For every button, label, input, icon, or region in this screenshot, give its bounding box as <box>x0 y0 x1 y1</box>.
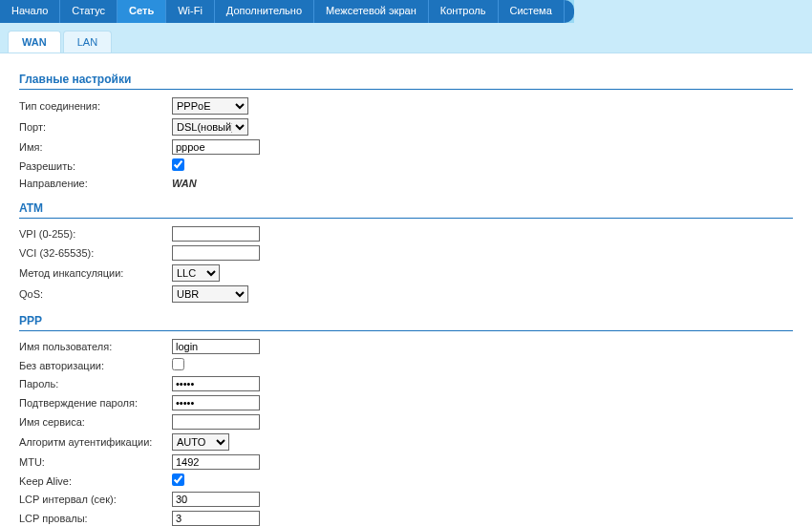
auth-algo-label: Алгоритм аутентификации: <box>19 436 172 448</box>
noauth-label: Без авторизации: <box>19 360 172 371</box>
lcp-fail-input[interactable] <box>172 511 260 526</box>
lcp-fail-label: LCP провалы: <box>19 513 172 524</box>
keepalive-label: Keep Alive: <box>19 475 172 487</box>
keepalive-checkbox[interactable] <box>172 473 184 486</box>
user-input[interactable] <box>172 339 260 354</box>
vpi-label: VPI (0-255): <box>19 228 172 240</box>
tab-wan[interactable]: WAN <box>8 31 61 53</box>
subnav-bar: WAN LAN <box>0 23 812 53</box>
conn-type-select[interactable]: PPPoE <box>172 97 248 115</box>
direction-value: WAN <box>172 178 197 189</box>
port-label: Порт: <box>19 121 172 133</box>
noauth-checkbox[interactable] <box>172 358 184 370</box>
pass2-input[interactable] <box>172 395 260 410</box>
direction-label: Направление: <box>19 178 172 189</box>
encaps-label: Метод инкапсуляции: <box>19 267 172 279</box>
section-atm-title: ATM <box>19 198 793 219</box>
mtu-input[interactable] <box>172 454 260 470</box>
name-input[interactable] <box>172 139 260 155</box>
allow-checkbox[interactable] <box>172 158 184 171</box>
pass2-label: Подтверждение пароля: <box>19 397 172 409</box>
section-main-title: Главные настройки <box>19 69 793 90</box>
port-select[interactable]: DSL(новый) <box>172 118 248 136</box>
mtu-label: MTU: <box>19 456 172 468</box>
encaps-select[interactable]: LLC <box>172 264 220 282</box>
nav-control[interactable]: Контроль <box>429 0 499 23</box>
pass-label: Пароль: <box>19 378 172 389</box>
nav-advanced[interactable]: Дополнительно <box>215 0 314 23</box>
content-panel: Главные настройки Тип соединения: PPPoE … <box>0 53 812 526</box>
lcp-interval-input[interactable] <box>172 492 260 507</box>
auth-algo-select[interactable]: AUTO <box>172 433 229 451</box>
vpi-input[interactable] <box>172 226 260 242</box>
nav-firewall[interactable]: Межсетевой экран <box>314 0 429 23</box>
qos-select[interactable]: UBR <box>172 285 248 303</box>
service-input[interactable] <box>172 414 260 430</box>
pass-input[interactable] <box>172 376 260 391</box>
conn-type-label: Тип соединения: <box>19 100 172 112</box>
user-label: Имя пользователя: <box>19 341 172 352</box>
top-nav: Начало Статус Сеть Wi-Fi Дополнительно М… <box>0 0 812 23</box>
nav-home[interactable]: Начало <box>0 0 60 23</box>
section-ppp-title: PPP <box>19 310 793 331</box>
lcp-interval-label: LCP интервал (сек): <box>19 494 172 505</box>
nav-end-cap <box>565 0 574 23</box>
vci-label: VCI (32-65535): <box>19 247 172 259</box>
qos-label: QoS: <box>19 288 172 300</box>
name-label: Имя: <box>19 141 172 153</box>
tab-lan[interactable]: LAN <box>63 31 112 53</box>
nav-status[interactable]: Статус <box>60 0 118 23</box>
service-label: Имя сервиса: <box>19 416 172 428</box>
nav-filler <box>574 0 812 23</box>
vci-input[interactable] <box>172 245 260 261</box>
nav-system[interactable]: Система <box>499 0 565 23</box>
nav-wifi[interactable]: Wi-Fi <box>166 0 215 23</box>
nav-network[interactable]: Сеть <box>118 0 166 23</box>
allow-label: Разрешить: <box>19 160 172 172</box>
